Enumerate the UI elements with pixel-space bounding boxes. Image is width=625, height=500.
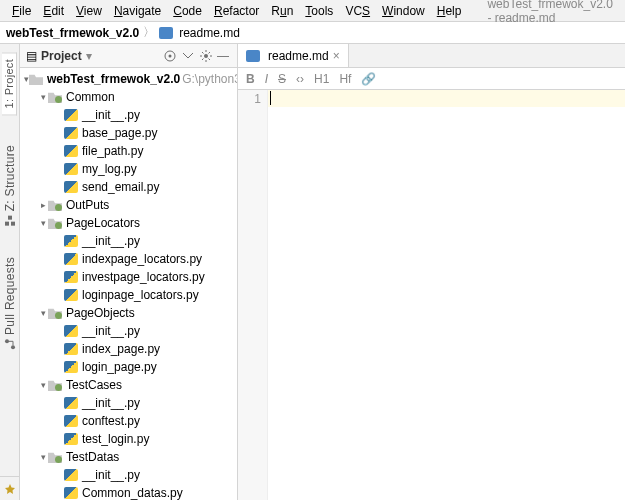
side-tab-structure[interactable]: Z: Structure: [3, 145, 17, 227]
tree-folder-pageobjects[interactable]: ▾PageObjects: [20, 304, 237, 322]
navigation-bar: webTest_frmewok_v2.0 〉 readme.md: [0, 22, 625, 44]
hf-button[interactable]: Hf: [339, 72, 351, 86]
package-folder-icon: [48, 307, 62, 319]
structure-icon: [4, 215, 16, 227]
project-panel-title[interactable]: Project: [41, 49, 82, 63]
link-button[interactable]: 🔗: [361, 72, 376, 86]
locate-icon[interactable]: [163, 49, 177, 63]
tree-file[interactable]: __init__.py: [20, 106, 237, 124]
left-tool-stripe: 1: Project Z: Structure Pull Requests: [0, 44, 20, 500]
tree-file[interactable]: index_page.py: [20, 340, 237, 358]
python-file-icon: [64, 487, 78, 499]
strike-button[interactable]: S: [278, 72, 286, 86]
editor-tab-label: readme.md: [268, 49, 329, 63]
svg-point-7: [204, 54, 208, 58]
svg-point-3: [11, 345, 15, 349]
svg-point-4: [5, 339, 9, 343]
tree-folder-testdatas[interactable]: ▾TestDatas: [20, 448, 237, 466]
breadcrumb-root[interactable]: webTest_frmewok_v2.0: [6, 26, 139, 40]
package-folder-icon: [48, 451, 62, 463]
breadcrumb-separator: 〉: [143, 24, 155, 41]
menu-file[interactable]: File: [6, 4, 37, 18]
menu-refactor[interactable]: Refactor: [208, 4, 265, 18]
menu-bar: File Edit View Navigate Code Refactor Ru…: [0, 0, 625, 22]
close-tab-icon[interactable]: ×: [333, 49, 340, 63]
python-file-icon: [64, 181, 78, 193]
line-number-gutter: 1: [238, 90, 268, 500]
tree-folder-testcases[interactable]: ▾TestCases: [20, 376, 237, 394]
menu-vcs[interactable]: VCS: [339, 4, 376, 18]
tree-file[interactable]: __init__.py: [20, 232, 237, 250]
window-title: webTest_frmewok_v2.0 - readme.md: [487, 0, 619, 25]
python-file-icon: [64, 127, 78, 139]
menu-run[interactable]: Run: [265, 4, 299, 18]
pull-request-icon: [4, 338, 16, 350]
package-folder-icon: [48, 91, 62, 103]
menu-view[interactable]: View: [70, 4, 108, 18]
tree-file[interactable]: login_page.py: [20, 358, 237, 376]
side-tab-pull-requests[interactable]: Pull Requests: [3, 257, 17, 350]
menu-window[interactable]: Window: [376, 4, 431, 18]
python-file-icon: [64, 415, 78, 427]
tree-root[interactable]: ▾webTest_frmewok_v2.0G:\python3_code\sub…: [20, 70, 237, 88]
tree-file[interactable]: indexpage_locators.py: [20, 250, 237, 268]
gear-icon[interactable]: [199, 49, 213, 63]
package-folder-icon: [48, 379, 62, 391]
tree-file[interactable]: conftest.py: [20, 412, 237, 430]
tree-file[interactable]: test_login.py: [20, 430, 237, 448]
python-file-icon: [64, 235, 78, 247]
project-tool-window: ▤ Project ▾ — ▾webTest_frmewok_v2.0G:\py…: [20, 44, 238, 500]
python-file-icon: [64, 271, 78, 283]
tree-folder-common[interactable]: ▾Common: [20, 88, 237, 106]
tree-file[interactable]: file_path.py: [20, 142, 237, 160]
tree-file[interactable]: __init__.py: [20, 394, 237, 412]
tree-file[interactable]: loginpage_locators.py: [20, 286, 237, 304]
package-folder-icon: [48, 217, 62, 229]
python-file-icon: [64, 469, 78, 481]
tree-file[interactable]: send_email.py: [20, 178, 237, 196]
side-tab-favorites[interactable]: [0, 476, 20, 500]
editor-tab-readme[interactable]: readme.md ×: [238, 44, 349, 67]
current-line-highlight: [268, 90, 625, 107]
code-button[interactable]: ‹›: [296, 72, 304, 86]
python-file-icon: [64, 397, 78, 409]
python-file-icon: [64, 361, 78, 373]
markdown-file-icon: [159, 27, 173, 39]
side-tab-project[interactable]: 1: Project: [2, 52, 17, 115]
editor-content[interactable]: 1: [238, 90, 625, 500]
package-folder-icon: [48, 199, 62, 211]
python-file-icon: [64, 325, 78, 337]
svg-rect-2: [8, 216, 12, 220]
menu-code[interactable]: Code: [167, 4, 208, 18]
editor-tabs: readme.md ×: [238, 44, 625, 68]
editor-area: readme.md × B I S ‹› H1 Hf 🔗 1: [238, 44, 625, 500]
dropdown-icon[interactable]: ▾: [86, 49, 92, 63]
italic-button[interactable]: I: [265, 72, 268, 86]
hide-icon[interactable]: —: [217, 49, 231, 63]
project-tree[interactable]: ▾webTest_frmewok_v2.0G:\python3_code\sub…: [20, 68, 237, 500]
star-icon: [4, 483, 16, 495]
tree-file[interactable]: my_log.py: [20, 160, 237, 178]
project-panel-header: ▤ Project ▾ —: [20, 44, 237, 68]
menu-help[interactable]: Help: [431, 4, 468, 18]
menu-navigate[interactable]: Navigate: [108, 4, 167, 18]
editor-text-area[interactable]: [268, 90, 625, 500]
tree-file[interactable]: Common_datas.py: [20, 484, 237, 500]
svg-point-6: [169, 54, 172, 57]
svg-rect-1: [5, 222, 9, 226]
breadcrumb-file[interactable]: readme.md: [179, 26, 240, 40]
tree-folder-pagelocators[interactable]: ▾PageLocators: [20, 214, 237, 232]
h1-button[interactable]: H1: [314, 72, 329, 86]
tree-file[interactable]: __init__.py: [20, 322, 237, 340]
tree-file[interactable]: investpage_locators.py: [20, 268, 237, 286]
bold-button[interactable]: B: [246, 72, 255, 86]
menu-edit[interactable]: Edit: [37, 4, 70, 18]
tree-file[interactable]: base_page.py: [20, 124, 237, 142]
python-file-icon: [64, 343, 78, 355]
menu-tools[interactable]: Tools: [299, 4, 339, 18]
expand-all-icon[interactable]: [181, 49, 195, 63]
tree-folder-outputs[interactable]: ▸OutPuts: [20, 196, 237, 214]
tree-file[interactable]: __init__.py: [20, 466, 237, 484]
python-file-icon: [64, 145, 78, 157]
markdown-toolbar: B I S ‹› H1 Hf 🔗: [238, 68, 625, 90]
